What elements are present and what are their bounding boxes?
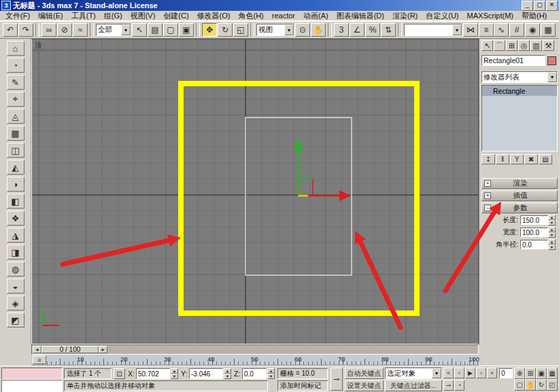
- menu-file[interactable]: 文件(F): [1, 11, 34, 21]
- viewport[interactable]: 顶: [31, 39, 479, 344]
- spinner-up-button[interactable]: ▴: [548, 227, 556, 232]
- redo-button[interactable]: ↷: [18, 23, 33, 37]
- modifier-stack[interactable]: Rectangle: [481, 85, 558, 152]
- left-toolbar-button[interactable]: ❖: [7, 211, 24, 226]
- left-toolbar-button[interactable]: ◬: [7, 109, 24, 124]
- go-to-end-button[interactable]: »: [487, 368, 497, 378]
- length-field[interactable]: 150.0: [520, 215, 548, 225]
- tab-motion[interactable]: ◎: [518, 40, 530, 51]
- remove-modifier-button[interactable]: ✖: [524, 154, 538, 164]
- corner-radius-field[interactable]: 0.0: [520, 240, 548, 249]
- zoom-all-button[interactable]: ⊞: [525, 368, 536, 379]
- spinner-down-button[interactable]: ▾: [548, 232, 556, 238]
- slider-prev-button[interactable]: ◂: [33, 346, 41, 353]
- close-button[interactable]: ✕: [546, 1, 558, 11]
- minimize-button[interactable]: _: [522, 1, 533, 11]
- left-toolbar-button[interactable]: ◨: [7, 245, 24, 260]
- left-toolbar-button[interactable]: ◔: [7, 58, 24, 73]
- z-coordinate-field[interactable]: 0.0: [242, 368, 267, 379]
- show-end-result-button[interactable]: ‖: [496, 154, 509, 164]
- snap-toggle-button[interactable]: 3: [334, 23, 349, 37]
- timeline-ruler[interactable]: ≡ 102030405060708090100: [31, 355, 479, 366]
- curve-editor-button[interactable]: ∿: [494, 23, 509, 37]
- time-slider-track[interactable]: ◂ 0 / 100 ▸: [31, 344, 479, 355]
- configure-modifier-sets-button[interactable]: ▤: [539, 154, 552, 164]
- menu-create[interactable]: 创建(C): [159, 11, 192, 21]
- slider-next-button[interactable]: ▸: [99, 346, 107, 353]
- unlink-selection-button[interactable]: ⊘: [57, 23, 72, 37]
- material-editor-button[interactable]: ◉: [525, 23, 540, 37]
- object-name-field[interactable]: Rectangle01: [481, 55, 545, 66]
- left-toolbar-button[interactable]: ◮: [7, 228, 24, 243]
- left-toolbar-button[interactable]: ◫: [7, 143, 24, 158]
- zoom-extents-all-button[interactable]: ▦: [547, 368, 558, 379]
- mini-curve-editor-button[interactable]: ≡: [33, 355, 46, 364]
- chevron-down-icon[interactable]: ▼: [547, 72, 557, 82]
- menu-graph-editors[interactable]: 图表编辑器(D): [333, 11, 388, 21]
- region-zoom-button[interactable]: ▢: [514, 379, 525, 391]
- maximize-button[interactable]: ▢: [534, 1, 545, 11]
- make-unique-button[interactable]: Y: [510, 154, 524, 164]
- chevron-down-icon[interactable]: ▼: [432, 368, 441, 378]
- menu-rendering[interactable]: 渲染(R): [388, 11, 422, 21]
- modifier-list-dropdown[interactable]: 修改器列表 ▼: [481, 71, 558, 83]
- set-key-button[interactable]: ⊸: [331, 368, 343, 391]
- min-max-toggle-button[interactable]: ◰: [547, 379, 558, 391]
- select-by-name-button[interactable]: ▤: [148, 23, 163, 37]
- play-button[interactable]: ▶: [465, 368, 475, 378]
- pan-button[interactable]: ✋: [525, 379, 536, 391]
- expand-icon[interactable]: +: [484, 192, 491, 199]
- maxscript-mini-listener[interactable]: [1, 380, 63, 392]
- arc-rotate-button[interactable]: ↻: [536, 379, 547, 391]
- menu-help[interactable]: 帮助(H): [518, 11, 551, 21]
- x-coordinate-field[interactable]: 50.702: [136, 368, 170, 379]
- left-toolbar-button[interactable]: ⌂: [7, 41, 24, 56]
- left-toolbar-button[interactable]: ◒: [7, 279, 24, 293]
- select-and-rotate-button[interactable]: ↻: [218, 23, 233, 37]
- left-toolbar-button[interactable]: ◍: [7, 262, 24, 277]
- pin-stack-button[interactable]: ↧: [481, 154, 495, 164]
- menu-modifiers[interactable]: 修改器(O): [193, 11, 235, 21]
- use-pivot-center-button[interactable]: ⊙: [295, 23, 310, 37]
- viewport-label[interactable]: 顶: [35, 41, 41, 50]
- left-toolbar-button[interactable]: ◈: [7, 296, 24, 310]
- tab-create[interactable]: ↖: [481, 40, 493, 51]
- menu-edit[interactable]: 编辑(E): [34, 11, 67, 21]
- width-field[interactable]: 100.0: [520, 228, 548, 237]
- render-scene-button[interactable]: ▦: [541, 23, 556, 37]
- spinner-up-button[interactable]: ▴: [224, 368, 231, 374]
- auto-key-button[interactable]: 自动关键点: [345, 368, 384, 379]
- expand-icon[interactable]: +: [484, 180, 491, 187]
- align-button[interactable]: ≡: [479, 23, 494, 37]
- select-and-manipulate-button[interactable]: ✋: [311, 23, 326, 37]
- select-object-button[interactable]: ↖: [132, 23, 147, 37]
- menu-tools[interactable]: 工具(T): [67, 11, 100, 21]
- percent-snap-button[interactable]: %: [365, 23, 380, 37]
- key-mode-toggle-button[interactable]: ⊸: [443, 380, 454, 391]
- current-frame-field[interactable]: 0: [499, 368, 513, 378]
- window-crossing-button[interactable]: ▣: [179, 23, 194, 37]
- object-color-swatch[interactable]: [547, 56, 556, 65]
- select-and-scale-button[interactable]: ◱: [233, 23, 248, 37]
- menu-reactor[interactable]: reactor: [268, 12, 299, 20]
- maxscript-mini-listener-macro[interactable]: [1, 368, 63, 380]
- chevron-down-icon[interactable]: ▼: [284, 24, 294, 35]
- spinner-up-button[interactable]: ▴: [548, 239, 556, 245]
- key-filters-button[interactable]: 关键点过滤器...: [385, 380, 442, 391]
- chevron-down-icon[interactable]: ▼: [121, 24, 131, 35]
- reference-coordsys-dropdown[interactable]: 视图▼: [256, 24, 294, 36]
- left-toolbar-button[interactable]: ◭: [7, 160, 24, 175]
- stack-item-rectangle[interactable]: Rectangle: [482, 86, 557, 96]
- spinner-down-button[interactable]: ▾: [548, 220, 556, 226]
- bind-to-space-warp-button[interactable]: ≈: [73, 23, 88, 37]
- add-time-tag[interactable]: 添加时间标记: [277, 380, 328, 391]
- menu-customize[interactable]: 自定义(U): [422, 11, 462, 21]
- collapse-icon[interactable]: -: [484, 204, 491, 211]
- rollout-rendering[interactable]: + 渲染: [481, 178, 558, 189]
- mirror-button[interactable]: ⋈: [463, 23, 478, 37]
- chevron-down-icon[interactable]: ▼: [452, 24, 462, 35]
- menu-character[interactable]: 角色(H): [235, 11, 268, 21]
- spinner-down-button[interactable]: ▾: [267, 374, 275, 379]
- left-toolbar-button[interactable]: ⌖: [7, 92, 24, 107]
- spinner-up-button[interactable]: ▴: [267, 368, 275, 374]
